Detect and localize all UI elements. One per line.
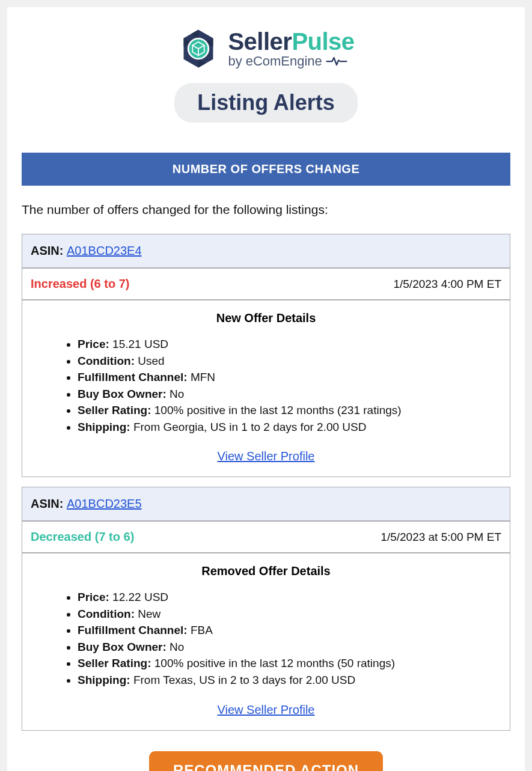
detail-label: Buy Box Owner: — [78, 641, 167, 653]
detail-value: From Georgia, US in 1 to 2 days for 2.00… — [133, 421, 367, 433]
detail-value: MFN — [191, 371, 215, 383]
brand-subline-by: by — [228, 54, 242, 68]
details-list: Price: 15.21 USD Condition: Used Fulfill… — [34, 336, 498, 435]
status-decreased: Decreased (7 to 6) — [31, 530, 134, 544]
detail-value: No — [170, 641, 184, 653]
detail-price: Price: 15.21 USD — [78, 336, 498, 353]
view-seller-profile-link[interactable]: View Seller Profile — [218, 703, 315, 716]
asin-label: ASIN: — [31, 497, 63, 510]
detail-fulfillment: Fulfillment Channel: MFN — [78, 369, 498, 386]
listing-asin-row: ASIN: A01BCD23E5 — [22, 487, 510, 522]
brand-lockup: SellerPulse by eComEngine — [177, 28, 354, 70]
detail-label: Seller Rating: — [78, 404, 151, 416]
detail-value: From Texas, US in 2 to 3 days for 2.00 U… — [133, 674, 355, 686]
intro-text: The number of offers changed for the fol… — [22, 203, 510, 217]
details-title: New Offer Details — [34, 311, 498, 325]
detail-buybox: Buy Box Owner: No — [78, 386, 498, 403]
listing-asin-row: ASIN: A01BCD23E4 — [22, 234, 510, 269]
asin-label: ASIN: — [31, 244, 63, 257]
sellerpulse-logo-icon — [177, 28, 219, 70]
detail-value: 100% positive in the last 12 months (231… — [154, 404, 402, 416]
profile-link-wrap: View Seller Profile — [34, 449, 498, 463]
listing-details: Removed Offer Details Price: 12.22 USD C… — [22, 553, 510, 730]
brand-subline: by eComEngine — [228, 54, 347, 68]
detail-shipping: Shipping: From Texas, US in 2 to 3 days … — [78, 672, 498, 689]
listing-timestamp: 1/5/2023 4:00 PM ET — [393, 278, 501, 291]
detail-label: Fulfillment Channel: — [78, 371, 188, 383]
detail-value: 15.21 USD — [112, 338, 168, 350]
detail-label: Seller Rating: — [78, 657, 151, 669]
detail-rating: Seller Rating: 100% positive in the last… — [78, 655, 498, 672]
page-title: Listing Alerts — [174, 83, 358, 123]
section-header: NUMBER OF OFFERS CHANGE — [22, 153, 510, 186]
brand-name-part2: Pulse — [292, 28, 354, 55]
detail-label: Fulfillment Channel: — [78, 624, 188, 636]
detail-label: Buy Box Owner: — [78, 388, 167, 400]
detail-label: Price: — [78, 591, 109, 603]
detail-value: New — [138, 608, 161, 620]
asin-link[interactable]: A01BCD23E5 — [67, 497, 142, 510]
detail-label: Condition: — [78, 608, 135, 620]
listing-card: ASIN: A01BCD23E4 Increased (6 to 7) 1/5/… — [22, 234, 510, 477]
detail-shipping: Shipping: From Georgia, US in 1 to 2 day… — [78, 419, 498, 436]
status-increased: Increased (6 to 7) — [31, 277, 130, 291]
listing-status-row: Increased (6 to 7) 1/5/2023 4:00 PM ET — [22, 269, 510, 300]
detail-fulfillment: Fulfillment Channel: FBA — [78, 622, 498, 639]
detail-label: Shipping: — [78, 421, 130, 433]
profile-link-wrap: View Seller Profile — [34, 703, 498, 717]
detail-value: Used — [138, 355, 164, 367]
detail-rating: Seller Rating: 100% positive in the last… — [78, 402, 498, 419]
brand-name: SellerPulse — [228, 29, 354, 54]
brand-header: SellerPulse by eComEngine — [22, 28, 510, 72]
pulse-icon — [326, 55, 347, 67]
recommended-action-button[interactable]: RECOMMENDED ACTION — [149, 751, 383, 771]
detail-condition: Condition: New — [78, 606, 498, 623]
detail-price: Price: 12.22 USD — [78, 589, 498, 606]
details-title: Removed Offer Details — [34, 564, 498, 578]
page-title-wrap: Listing Alerts — [22, 83, 510, 123]
listing-card: ASIN: A01BCD23E5 Decreased (7 to 6) 1/5/… — [22, 487, 510, 730]
detail-value: 12.22 USD — [112, 591, 168, 603]
listing-timestamp: 1/5/2023 at 5:00 PM ET — [381, 531, 501, 544]
listing-details: New Offer Details Price: 15.21 USD Condi… — [22, 300, 510, 477]
view-seller-profile-link[interactable]: View Seller Profile — [218, 449, 315, 463]
asin-link[interactable]: A01BCD23E4 — [67, 244, 142, 257]
detail-buybox: Buy Box Owner: No — [78, 639, 498, 656]
cta-wrap: RECOMMENDED ACTION — [22, 751, 510, 771]
details-list: Price: 12.22 USD Condition: New Fulfillm… — [34, 589, 498, 688]
brand-text: SellerPulse by eComEngine — [228, 29, 354, 68]
listing-status-row: Decreased (7 to 6) 1/5/2023 at 5:00 PM E… — [22, 522, 510, 553]
detail-value: No — [170, 388, 184, 400]
detail-label: Price: — [78, 338, 109, 350]
detail-value: 100% positive in the last 12 months (50 … — [154, 657, 395, 669]
detail-condition: Condition: Used — [78, 353, 498, 370]
detail-label: Shipping: — [78, 674, 130, 686]
brand-name-part1: Seller — [228, 28, 292, 55]
detail-label: Condition: — [78, 355, 135, 367]
email-body: SellerPulse by eComEngine Listing Alerts… — [7, 7, 525, 771]
brand-subline-name: eComEngine — [246, 54, 322, 68]
detail-value: FBA — [191, 624, 213, 636]
